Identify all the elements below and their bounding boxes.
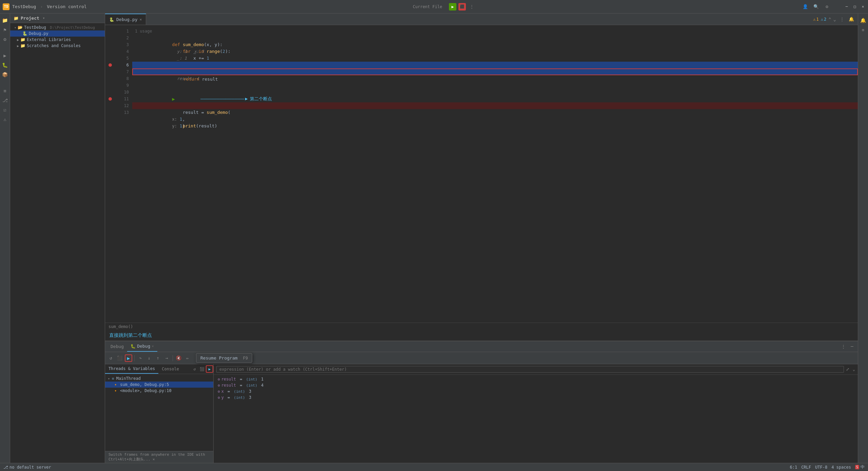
thread-arrow: ▾ (108, 377, 110, 381)
sidebar-item-run[interactable]: ▶ (1, 52, 9, 60)
tab-python-icon: 🐍 (109, 17, 114, 22)
debug-tab-1[interactable]: Debug (107, 341, 127, 352)
sidebar-item-problems[interactable]: ⚠ (1, 115, 9, 123)
sidebar-item-vcs[interactable]: ⎇ (1, 96, 9, 104)
editor-tab-debug-py[interactable]: 🐍 Debug.py ✕ (105, 14, 146, 25)
variables-search-input[interactable] (216, 366, 844, 373)
tab-console[interactable]: Console (158, 364, 182, 374)
var-value-3: 3 (246, 389, 251, 394)
threads-list[interactable]: ▾ ≡ MainThread 🔸 sum_demo, Debug.py:5 🔸 (105, 374, 213, 451)
tab-threads-variables[interactable]: Threads & Variables (105, 364, 158, 374)
tree-item-ext-libs[interactable]: ▶ 📁 External Libraries (10, 37, 105, 43)
status-line-ending[interactable]: CRLF (801, 465, 811, 470)
root-path: D:\Project\TestDebug (50, 25, 95, 30)
var-type-3: (int) (234, 389, 245, 394)
sidebar-item-structure[interactable]: ⚙ (1, 35, 9, 43)
sidebar-item-layers[interactable]: ≡ (1, 87, 9, 95)
tab-close-btn[interactable]: ✕ (140, 17, 142, 22)
tree-item-scratches[interactable]: ▶ 📁 Scratches and Consoles (10, 43, 105, 49)
status-chinese-input[interactable]: S 中 (855, 464, 865, 470)
evaluate-btn[interactable]: ✏ (184, 354, 191, 362)
step-out-btn[interactable]: ↑ (154, 354, 162, 362)
title-bar: TD TestDebug › Version control Current F… (0, 0, 868, 14)
sidebar-item-folder[interactable]: 📁 (1, 16, 9, 24)
sidebar-item-debug[interactable]: 🐛 (1, 61, 9, 69)
notifications-btn[interactable]: 🔔 (848, 16, 855, 23)
var-item-1[interactable]: ⚙ result = (int) 1 (214, 376, 858, 382)
variables-expand-btn[interactable]: ⤢ (844, 366, 851, 373)
code-scroll[interactable]: 1 2 3 4 5 6 7 8 9 10 11 12 13 (105, 25, 858, 323)
editor-more-btn[interactable]: ⋮ (838, 16, 846, 23)
expand-editor-btn[interactable]: ⌃ (828, 17, 831, 22)
account-btn[interactable]: 👤 (802, 3, 809, 11)
minimize-btn[interactable]: ─ (844, 4, 849, 9)
frame-item-1[interactable]: 🔸 sum_demo, Debug.py:5 (105, 382, 213, 388)
search-title-btn[interactable]: 🔍 (812, 3, 820, 11)
threads-resume-btn[interactable]: ▶ (206, 365, 213, 373)
threads-panel: Threads & Variables Console ↺ ⬛ ▶ (105, 364, 214, 463)
variables-search-bar: ⤢ ⌄ (214, 364, 858, 375)
code-line-2: for _ in range(2): _: 1 (132, 41, 858, 48)
frame-icon-1: 🔸 (113, 383, 118, 387)
status-encoding[interactable]: UTF-8 (815, 465, 827, 470)
sidebar-item-bookmark[interactable]: ⚑ (1, 26, 9, 34)
tree-root[interactable]: ▾ 📂 TestDebug D:\Project\TestDebug (10, 24, 105, 30)
code-area[interactable]: 1 2 3 4 5 6 7 8 9 10 11 12 13 (105, 25, 858, 323)
debug-more-btn[interactable]: ⋮ (840, 343, 847, 350)
right-layout-btn[interactable]: ⊞ (859, 26, 867, 34)
line-num-8: 8 (118, 75, 129, 82)
var-item-2[interactable]: ⚙ result = (int) 4 (214, 382, 858, 388)
warning-icon: ⚠ (813, 17, 815, 22)
tree-item-debug-py[interactable]: 🐍 Debug.py (10, 30, 105, 37)
variables-list: ⚙ result = (int) 1 ⚙ result = (int) 4 (214, 375, 858, 463)
editor-tabs-right: ⚠ 1 ⚠ 2 ⌃ ⌄ ⋮ 🔔 (810, 16, 858, 23)
variables-chevron[interactable]: ⌄ (853, 367, 855, 372)
var-item-4[interactable]: ⚙ y = (int) 3 (214, 394, 858, 401)
code-line-11: result = sum_demo( x: 1, y: 1) (132, 102, 858, 109)
line-num-5: 5 (118, 55, 129, 62)
close-btn[interactable]: ✕ (861, 4, 865, 9)
more-title-btn[interactable]: ⋮ (468, 3, 475, 11)
warnings-indicator: ⚠ 1 ⚠ 2 (813, 17, 826, 22)
resume-program-btn[interactable]: ▶ (125, 354, 132, 362)
project-header[interactable]: 📁 Project ▾ (10, 14, 105, 23)
run-button[interactable]: ▶ (449, 3, 456, 11)
project-tree: ▾ 📂 TestDebug D:\Project\TestDebug 🐍 Deb… (10, 23, 105, 463)
var-type-4: (int) (234, 395, 245, 400)
right-notifications-btn[interactable]: 🔔 (859, 16, 867, 24)
version-control[interactable]: Version control (47, 4, 86, 9)
status-indent[interactable]: 4 spaces (831, 465, 851, 470)
settings-title-btn[interactable]: ⚙ (823, 3, 831, 11)
mute-btn[interactable]: 🔇 (175, 354, 182, 362)
sidebar-item-packages[interactable]: 📦 (1, 70, 9, 79)
debug-collapse-btn[interactable]: ─ (848, 343, 856, 350)
frame-item-2[interactable]: 🔸 <module>, Debug.py:10 (105, 388, 213, 394)
code-line-8: ──────────────► 第二个断点 (132, 82, 858, 89)
collapse-editor-btn[interactable]: ⌄ (833, 17, 836, 22)
run-cursor-btn[interactable]: → (163, 354, 171, 362)
threads-restore-btn[interactable]: ↺ (191, 365, 198, 373)
title-bar-right: 👤 🔍 ⚙ ─ □ ✕ (802, 3, 865, 11)
ext-libs-label: External Libraries (27, 37, 71, 42)
threads-stop-btn[interactable]: ⬛ (198, 365, 206, 373)
debug-tab-close[interactable]: ✕ (152, 344, 154, 348)
code-lines-content[interactable]: 1 usage def sum_demo(x, y): y: 3 x: 3 fo… (132, 25, 858, 323)
vcs-icon-status: ⎇ (3, 465, 8, 470)
title-bar-left: TD TestDebug › Version control (3, 3, 87, 10)
var-item-3[interactable]: ⚙ x = (int) 3 (214, 388, 858, 394)
debug-stop-btn[interactable]: ⬛ (116, 354, 123, 362)
status-branch[interactable]: ⎇ no default server (3, 465, 51, 470)
thread-main[interactable]: ▾ ≡ MainThread (105, 375, 213, 382)
tooltip-shortcut: F9 (243, 356, 248, 361)
status-position[interactable]: 6:1 (790, 465, 797, 470)
current-file-label[interactable]: Current File (413, 4, 442, 9)
sidebar-item-todo[interactable]: ☑ (1, 106, 9, 114)
maximize-btn[interactable]: □ (852, 4, 857, 9)
debug-tab-2[interactable]: 🐛 Debug ✕ (127, 341, 157, 352)
step-into-btn[interactable]: ↓ (145, 354, 153, 362)
resume-tooltip: Resume Program F9 (196, 353, 252, 363)
step-over-btn[interactable]: ↷ (137, 354, 144, 362)
stop-button[interactable]: ⬛ (458, 3, 466, 11)
tab-label: Debug.py (116, 17, 138, 22)
rerun-btn[interactable]: ↺ (107, 354, 115, 362)
